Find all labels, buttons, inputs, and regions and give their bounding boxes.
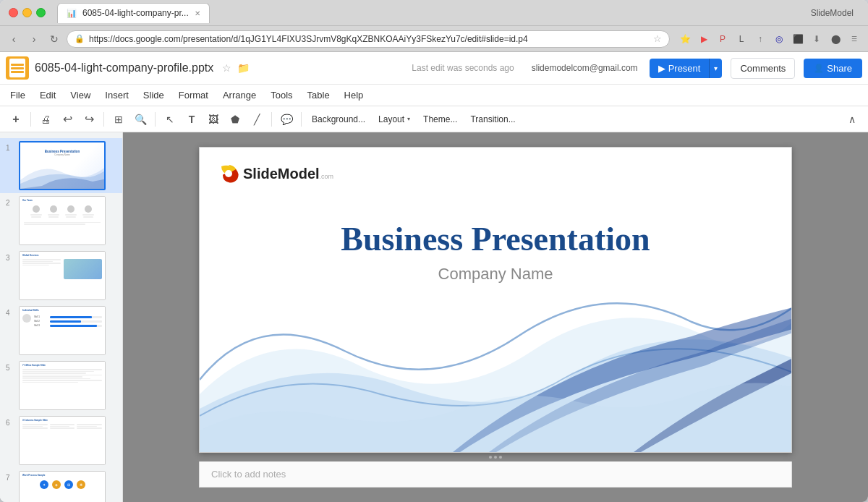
redo-button[interactable]: ↪ [79, 109, 99, 129]
slide-thumbnail-5[interactable]: 5 7 Clifline Sample Slide [0, 358, 122, 413]
toolbar: + 🖨 ↩ ↪ ⊞ 🔍 ↖ T 🖼 ⬟ ╱ 💬 Background... La… [0, 106, 868, 132]
shape-button[interactable]: ⬟ [225, 109, 245, 129]
slide-num-2: 2 [6, 199, 14, 207]
extension-3-icon[interactable]: L [733, 31, 749, 47]
layout-button[interactable]: Layout ▾ [373, 109, 416, 129]
slide-thumb-image-2: Our Team [19, 196, 106, 245]
slides-logo [6, 56, 29, 80]
title-bar: 📊 6085-04-light-company-pr... ✕ SlideMod… [0, 0, 868, 26]
present-play-icon: ▶ [658, 63, 665, 74]
menu-arrange[interactable]: Arrange [216, 87, 263, 103]
comment-insert-button[interactable]: 💬 [276, 109, 297, 129]
slide-thumb-image-7: Work Process Sample ✦ ◈ ⊞ [19, 471, 106, 502]
slide-7-label: Work Process Sample [20, 472, 105, 477]
slide-4-label: Individual Skills [20, 307, 105, 312]
toolbar-collapse-button[interactable]: ∧ [842, 109, 862, 129]
menu-slide[interactable]: Slide [136, 87, 171, 103]
slide-6-label: 3 Columns Sample Slide [20, 417, 105, 422]
address-bar: ‹ › ↻ 🔒 https://docs.google.com/presenta… [0, 26, 868, 52]
share-button[interactable]: 👤 Share [804, 59, 862, 78]
last-edit-text: Last edit was seconds ago [412, 63, 514, 73]
notes-area[interactable]: Click to add notes [199, 461, 792, 488]
scroll-dot-1 [489, 456, 492, 459]
minimize-button[interactable] [22, 8, 32, 17]
extension-1-icon[interactable]: ▶ [696, 31, 712, 47]
slide-thumb-image-6: 3 Columns Sample Slide [19, 416, 106, 465]
menu-icon[interactable]: ☰ [846, 31, 862, 47]
slide-thumb-image-3: Global Services [19, 251, 106, 300]
traffic-lights [9, 8, 46, 17]
comments-button[interactable]: Comments [731, 58, 795, 79]
star-icon[interactable]: ☆ [653, 33, 662, 44]
url-bar[interactable]: 🔒 https://docs.google.com/presentation/d… [67, 30, 670, 48]
browser-tab[interactable]: 📊 6085-04-light-company-pr... ✕ [57, 3, 210, 23]
print-button[interactable]: 🖨 [35, 109, 56, 129]
present-button[interactable]: ▶ Present [650, 59, 710, 78]
slide-logo-text: SlideModel .com [243, 166, 333, 182]
slide-thumbnail-1[interactable]: 1 Business Presentation Company Name [0, 138, 122, 193]
close-button[interactable] [9, 8, 18, 17]
transition-button[interactable]: Transition... [464, 109, 521, 129]
tab-close-icon[interactable]: ✕ [195, 9, 200, 17]
main-slide-canvas[interactable]: SlideModel .com Business Presentation Co… [199, 147, 792, 453]
user-email: slidemodelcom@gmail.com [532, 63, 638, 73]
folder-icon[interactable]: 📁 [237, 62, 250, 74]
slides-app: 6085-04-light-company-profile.pptx ☆ 📁 L… [0, 52, 868, 502]
slide-thumbnail-6[interactable]: 6 3 Columns Sample Slide [0, 413, 122, 468]
menu-help[interactable]: Help [337, 87, 371, 103]
slide-num-7: 7 [6, 474, 14, 482]
cursor-button[interactable]: ↖ [160, 109, 180, 129]
slide-num-6: 6 [6, 419, 14, 427]
slide-thumbnail-3[interactable]: 3 Global Services [0, 248, 122, 303]
slide-thumbnail-4[interactable]: 4 Individual Skills Skill 1 [0, 303, 122, 358]
menu-bar: File Edit View Insert Slide Format Arran… [0, 84, 868, 106]
app-header: 6085-04-light-company-profile.pptx ☆ 📁 L… [0, 52, 868, 106]
star-file-icon[interactable]: ☆ [222, 62, 231, 74]
present-dropdown-button[interactable]: ▾ [709, 59, 722, 78]
slide-panel[interactable]: 1 Business Presentation Company Name [0, 132, 123, 502]
extension-6-icon[interactable]: ⬛ [790, 31, 806, 47]
lock-icon: 🔒 [75, 34, 85, 43]
slide-thumbnail-7[interactable]: 7 Work Process Sample ✦ ◈ [0, 468, 122, 502]
browser-app-name: SlideModel [811, 8, 859, 18]
menu-view[interactable]: View [63, 87, 98, 103]
canvas-scroll-indicator [199, 453, 792, 461]
app-title-bar: 6085-04-light-company-profile.pptx ☆ 📁 L… [0, 52, 868, 84]
add-button[interactable]: + [6, 109, 26, 129]
maximize-button[interactable] [36, 8, 46, 17]
slide-wave-decoration [200, 264, 792, 452]
menu-file[interactable]: File [3, 87, 33, 103]
forward-button[interactable]: › [26, 31, 42, 47]
reload-button[interactable]: ↻ [46, 31, 62, 47]
select-button[interactable]: ⊞ [109, 109, 129, 129]
extension-4-icon[interactable]: ↑ [752, 31, 768, 47]
menu-format[interactable]: Format [171, 87, 216, 103]
menu-insert[interactable]: Insert [98, 87, 136, 103]
extension-5-icon[interactable]: ◎ [771, 31, 787, 47]
background-button[interactable]: Background... [306, 109, 371, 129]
undo-button[interactable]: ↩ [57, 109, 77, 129]
menu-table[interactable]: Table [300, 87, 337, 103]
slide-thumb-image-5: 7 Clifline Sample Slide [19, 361, 106, 410]
extension-7-icon[interactable]: ⬇ [809, 31, 825, 47]
menu-tools[interactable]: Tools [263, 87, 299, 103]
zoom-button[interactable]: 🔍 [130, 109, 150, 129]
file-title[interactable]: 6085-04-light-company-profile.pptx [35, 61, 213, 75]
slide-thumbnail-2[interactable]: 2 Our Team [0, 193, 122, 248]
browser-frame: 📊 6085-04-light-company-pr... ✕ SlideMod… [0, 0, 868, 502]
slide-main-title: Business Presentation [200, 220, 791, 258]
url-text: https://docs.google.com/presentation/d/1… [89, 34, 649, 44]
back-button[interactable]: ‹ [6, 31, 22, 47]
line-button[interactable]: ╱ [247, 109, 267, 129]
extension-2-icon[interactable]: P [715, 31, 731, 47]
slide-num-5: 5 [6, 364, 14, 372]
text-button[interactable]: T [182, 109, 202, 129]
menu-edit[interactable]: Edit [33, 87, 63, 103]
bookmark-icon[interactable]: ⭐ [677, 31, 693, 47]
image-button[interactable]: 🖼 [203, 109, 224, 129]
slide-2-label: Our Team [20, 197, 105, 203]
theme-button[interactable]: Theme... [417, 109, 463, 129]
extension-8-icon[interactable]: ⬤ [827, 31, 843, 47]
browser-toolbar-icons: ⭐ ▶ P L ↑ ◎ ⬛ ⬇ ⬤ ☰ [677, 31, 862, 47]
slide-num-4: 4 [6, 309, 14, 317]
